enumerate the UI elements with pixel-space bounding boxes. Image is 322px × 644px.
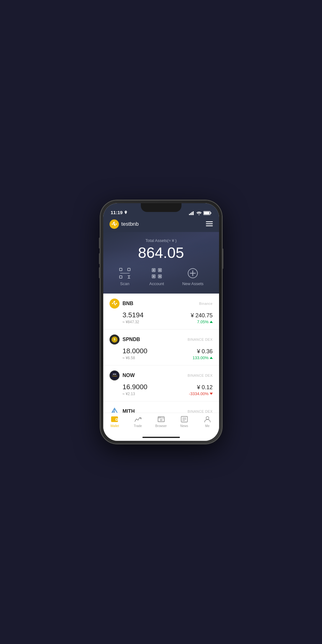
now-amount-block: 16.9000 ≈ ¥2.13 xyxy=(123,383,148,396)
spndb-name: SPNDB xyxy=(123,337,140,342)
news-icon xyxy=(181,415,188,423)
hero-section: Total Assets(≈ ¥ ) 864.05 xyxy=(103,232,219,294)
bnb-fiat: ≈ ¥847.32 xyxy=(123,320,144,324)
nav-me[interactable]: Me xyxy=(196,415,219,428)
svg-rect-1 xyxy=(190,213,191,215)
bnb-amount-block: 3.5194 ≈ ¥847.32 xyxy=(123,311,144,324)
spndb-amount-block: 18.0000 ≈ ¥6.58 xyxy=(123,347,148,360)
trade-icon xyxy=(134,415,142,423)
home-indicator xyxy=(103,434,219,441)
signal-icon xyxy=(189,211,195,215)
nav-wallet[interactable]: Wallet xyxy=(103,415,126,428)
svg-rect-9 xyxy=(206,224,213,224)
svg-rect-23 xyxy=(159,269,161,271)
bnb-details: 3.5194 ≈ ¥847.32 ¥ 240.75 7.05% xyxy=(110,311,213,324)
spndb-details: 18.0000 ≈ ¥6.58 ¥ 0.36 133.00% xyxy=(110,347,213,360)
account-label: Account xyxy=(149,281,164,286)
bnb-price: ¥ 240.75 xyxy=(191,312,212,319)
svg-rect-5 xyxy=(204,212,209,214)
asset-header-bnb: BNB Binance xyxy=(110,299,213,309)
scan-button[interactable]: Scan xyxy=(119,267,131,286)
svg-rect-10 xyxy=(206,225,213,226)
header-username: testbnb xyxy=(121,221,139,227)
screen-content: testbnb Total Assets(≈ ¥ ) 864.05 xyxy=(103,217,219,441)
spndb-amount: 18.0000 xyxy=(123,347,148,355)
svg-rect-13 xyxy=(128,268,130,271)
hamburger-icon xyxy=(206,221,213,226)
me-label: Me xyxy=(205,424,210,428)
bnb-change: 7.05% xyxy=(191,319,212,324)
new-assets-label: New Assets xyxy=(182,281,203,286)
bottom-nav: Wallet Trade xyxy=(103,413,219,434)
asset-header-now: NOW TOKEN NOW BINANCE DEX xyxy=(110,370,213,380)
asset-item-now[interactable]: NOW TOKEN NOW BINANCE DEX 16.9000 ≈ ¥2.1… xyxy=(103,365,219,401)
mith-name: MITH xyxy=(123,409,135,413)
svg-rect-3 xyxy=(193,211,194,215)
asset-header-spndb: $ SPNDB BINANCE DEX xyxy=(110,335,213,345)
svg-point-39 xyxy=(116,419,117,420)
scan-icon xyxy=(119,267,131,279)
nav-browser[interactable]: Browser xyxy=(150,415,173,428)
bnb-price-block: ¥ 240.75 7.05% xyxy=(191,312,212,324)
bnb-exchange: Binance xyxy=(199,302,212,305)
hero-actions: Scan xyxy=(110,267,213,286)
scan-label: Scan xyxy=(120,281,130,286)
asset-item-bnb[interactable]: BNB Binance 3.5194 ≈ ¥847.32 ¥ 240.75 7.… xyxy=(103,294,219,330)
asset-list: BNB Binance 3.5194 ≈ ¥847.32 ¥ 240.75 7.… xyxy=(103,294,219,413)
now-change: -3334.00% xyxy=(189,391,213,396)
now-details: 16.9000 ≈ ¥2.13 ¥ 0.12 -3334.00% xyxy=(110,383,213,396)
spndb-exchange: BINANCE DEX xyxy=(187,338,212,341)
notch xyxy=(141,203,181,212)
now-amount: 16.9000 xyxy=(123,383,148,391)
nav-trade[interactable]: Trade xyxy=(126,415,150,428)
asset-item-mith[interactable]: MITH BINANCE DEX 22.8900 ≈ ¥8.02 ¥ 0.35 … xyxy=(103,401,219,413)
svg-rect-6 xyxy=(210,212,211,214)
app-header: testbnb xyxy=(103,217,219,232)
asset-item-spndb[interactable]: $ SPNDB BINANCE DEX 18.0000 ≈ ¥6.58 ¥ 0.… xyxy=(103,330,219,365)
location-icon xyxy=(124,211,128,214)
new-assets-button[interactable]: New Assets xyxy=(182,267,203,286)
status-icons xyxy=(189,211,212,215)
nav-news[interactable]: News xyxy=(173,415,196,428)
spndb-price-block: ¥ 0.36 133.00% xyxy=(192,348,212,360)
mith-exchange: BINANCE DEX xyxy=(187,410,212,413)
new-assets-icon xyxy=(187,267,199,279)
svg-marker-35 xyxy=(111,410,116,413)
now-fiat: ≈ ¥2.13 xyxy=(123,392,148,396)
phone-screen: 11:19 xyxy=(103,203,219,441)
svg-rect-24 xyxy=(153,275,155,277)
news-label: News xyxy=(180,424,188,428)
svg-rect-25 xyxy=(159,275,161,277)
total-assets-value: 864.05 xyxy=(110,244,213,261)
svg-rect-8 xyxy=(206,221,213,222)
account-icon xyxy=(151,267,163,279)
browser-label: Browser xyxy=(155,424,167,428)
now-price-block: ¥ 0.12 -3334.00% xyxy=(189,384,213,396)
wifi-icon xyxy=(197,211,202,215)
browser-icon xyxy=(157,415,165,423)
spndb-change: 133.00% xyxy=(192,355,212,360)
bnb-icon xyxy=(110,299,120,309)
svg-rect-43 xyxy=(158,418,164,422)
now-icon: NOW TOKEN xyxy=(110,370,120,380)
account-button[interactable]: Account xyxy=(149,267,164,286)
now-arrow xyxy=(210,393,213,395)
now-price: ¥ 0.12 xyxy=(189,384,213,391)
total-assets-label: Total Assets(≈ ¥ ) xyxy=(110,238,213,243)
now-name: NOW xyxy=(123,373,135,378)
phone-outer: 11:19 xyxy=(100,200,222,444)
wallet-label: Wallet xyxy=(110,424,119,428)
bnb-name: BNB xyxy=(123,301,134,306)
svg-rect-12 xyxy=(120,276,122,278)
bnb-header-logo xyxy=(110,219,119,229)
home-bar xyxy=(142,437,180,438)
svg-rect-22 xyxy=(153,269,155,271)
svg-text:TOKEN: TOKEN xyxy=(112,375,117,377)
spndb-fiat: ≈ ¥6.58 xyxy=(123,356,148,360)
trade-label: Trade xyxy=(134,424,142,428)
svg-point-44 xyxy=(159,417,159,418)
svg-rect-2 xyxy=(192,212,192,215)
mith-icon xyxy=(110,406,120,413)
svg-rect-0 xyxy=(189,214,190,215)
menu-button[interactable] xyxy=(206,221,213,228)
